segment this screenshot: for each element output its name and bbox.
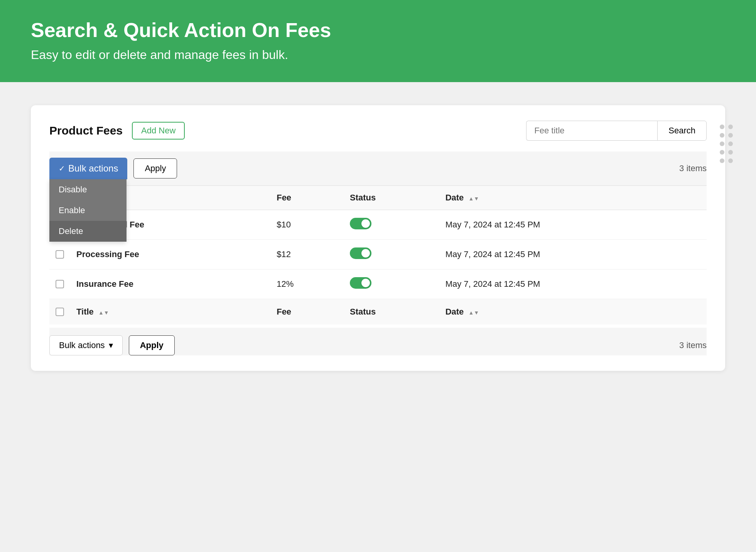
footer-checkbox[interactable] bbox=[56, 308, 64, 316]
row-checkbox[interactable] bbox=[56, 280, 64, 288]
dot bbox=[720, 125, 724, 129]
status-toggle[interactable] bbox=[350, 277, 371, 289]
footer-date-cell[interactable]: Date ▲▼ bbox=[439, 299, 707, 325]
bottom-bar-left: Bulk actions ▾ Apply bbox=[49, 335, 175, 355]
top-bar-right: Search bbox=[526, 121, 707, 141]
dot bbox=[728, 125, 733, 129]
dot bbox=[728, 150, 733, 155]
footer-title-cell[interactable]: Title ▲▼ bbox=[70, 299, 270, 325]
top-bar-left: Product Fees Add New bbox=[49, 122, 185, 140]
bulk-actions-label: Bulk actions bbox=[68, 163, 118, 174]
apply-button-bottom[interactable]: Apply bbox=[129, 335, 175, 355]
footer-date-sort-icon: ▲▼ bbox=[468, 310, 479, 315]
col-date-header[interactable]: Date ▲▼ bbox=[439, 186, 707, 210]
fee-name-cell: Processing Fee bbox=[70, 240, 270, 269]
page-subtitle: Easy to edit or delete and manage fees i… bbox=[31, 48, 725, 62]
fee-date-cell: May 7, 2024 at 12:45 PM bbox=[439, 210, 707, 240]
top-bar: Product Fees Add New Search bbox=[49, 121, 707, 141]
col-status-header: Status bbox=[344, 186, 439, 210]
toggle-slider bbox=[350, 247, 371, 259]
col-fee-header: Fee bbox=[270, 186, 344, 210]
footer-fee-cell: Fee bbox=[270, 299, 344, 325]
status-toggle[interactable] bbox=[350, 247, 371, 259]
bulk-actions-bar-bottom: Bulk actions ▾ Apply 3 items bbox=[49, 328, 707, 355]
toggle-slider bbox=[350, 218, 371, 229]
product-fees-title: Product Fees bbox=[49, 124, 123, 137]
fee-amount-cell: $10 bbox=[270, 210, 344, 240]
bulk-bar-left: ✓ Bulk actions Disable Enable Delete App… bbox=[49, 158, 177, 179]
fee-title-search-input[interactable] bbox=[526, 121, 657, 141]
dropdown-item-enable[interactable]: Enable bbox=[49, 200, 127, 221]
dropdown-item-disable[interactable]: Disable bbox=[49, 179, 127, 200]
bulk-actions-bottom-label: Bulk actions bbox=[59, 340, 105, 350]
fee-amount-cell: $12 bbox=[270, 240, 344, 269]
dot bbox=[720, 158, 724, 163]
apply-button-top[interactable]: Apply bbox=[133, 158, 177, 178]
items-count-bottom: 3 items bbox=[679, 340, 707, 350]
table-row: Insurance Fee 12% May 7, 2024 at 12:45 P… bbox=[49, 269, 707, 299]
add-new-button[interactable]: Add New bbox=[132, 122, 185, 140]
date-sort-icon: ▲▼ bbox=[468, 196, 479, 201]
fee-status-cell bbox=[344, 269, 439, 299]
fee-amount-cell: 12% bbox=[270, 269, 344, 299]
page-title: Search & Quick Action On Fees bbox=[31, 19, 725, 42]
fee-date-cell: May 7, 2024 at 12:45 PM bbox=[439, 269, 707, 299]
dot bbox=[728, 133, 733, 138]
bulk-actions-menu: Disable Enable Delete bbox=[49, 179, 127, 242]
footer-status-cell: Status bbox=[344, 299, 439, 325]
toggle-slider bbox=[350, 277, 371, 289]
table-row: International Fee $10 May 7, 2024 at 12:… bbox=[49, 210, 707, 240]
dots-decoration bbox=[720, 125, 733, 163]
row-checkbox-cell bbox=[49, 240, 70, 269]
chevron-down-icon: ▾ bbox=[109, 340, 113, 350]
search-button[interactable]: Search bbox=[657, 121, 707, 141]
footer-title-sort-icon: ▲▼ bbox=[98, 310, 109, 315]
bulk-actions-dropdown[interactable]: ✓ Bulk actions Disable Enable Delete bbox=[49, 158, 127, 179]
table-row: Processing Fee $12 May 7, 2024 at 12:45 … bbox=[49, 240, 707, 269]
dot bbox=[720, 133, 724, 138]
bulk-actions-select-bottom[interactable]: Bulk actions ▾ bbox=[49, 335, 123, 355]
items-count-top: 3 items bbox=[679, 163, 707, 173]
status-toggle[interactable] bbox=[350, 218, 371, 229]
footer-checkbox-cell bbox=[49, 299, 70, 325]
dot bbox=[720, 150, 724, 155]
row-checkbox-cell bbox=[49, 269, 70, 299]
bulk-actions-bar-top: ✓ Bulk actions Disable Enable Delete App… bbox=[49, 151, 707, 185]
fees-card: Product Fees Add New Search ✓ Bulk actio… bbox=[31, 105, 725, 371]
dot bbox=[720, 141, 724, 146]
dot bbox=[728, 141, 733, 146]
fee-name-cell: Insurance Fee bbox=[70, 269, 270, 299]
fee-status-cell bbox=[344, 210, 439, 240]
dot bbox=[728, 158, 733, 163]
row-checkbox[interactable] bbox=[56, 250, 64, 259]
fee-status-cell bbox=[344, 240, 439, 269]
fees-table: Title ▲▼ Fee Status Date ▲▼ bbox=[49, 185, 707, 325]
table-footer-row: Title ▲▼ Fee Status Date ▲▼ bbox=[49, 299, 707, 325]
dropdown-item-delete[interactable]: Delete bbox=[49, 221, 127, 242]
bulk-actions-selected[interactable]: ✓ Bulk actions bbox=[49, 158, 127, 179]
main-content: Product Fees Add New Search ✓ Bulk actio… bbox=[0, 82, 756, 394]
page-header: Search & Quick Action On Fees Easy to ed… bbox=[0, 0, 756, 82]
fee-date-cell: May 7, 2024 at 12:45 PM bbox=[439, 240, 707, 269]
checkmark-icon: ✓ bbox=[59, 164, 65, 173]
